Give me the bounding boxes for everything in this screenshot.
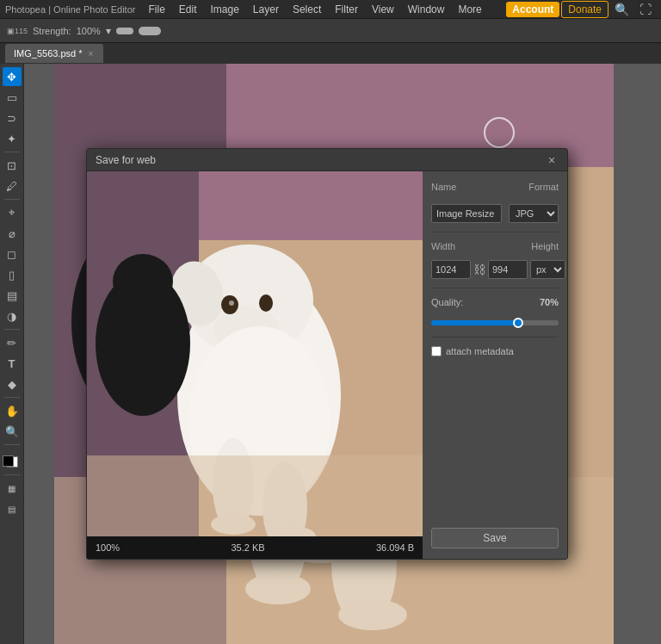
preview-svg [87, 171, 423, 536]
tool-heal[interactable]: ⌖ [3, 203, 22, 222]
tool-text[interactable]: T [3, 354, 22, 373]
quality-slider[interactable] [431, 320, 559, 325]
tool-size-indicator: ▣115 [7, 26, 28, 35]
tool-shape[interactable]: ◆ [3, 375, 22, 393]
background-color[interactable] [3, 455, 14, 467]
tool-eraser[interactable]: ◻ [3, 245, 22, 263]
tool-eyedropper[interactable]: 🖊 [3, 176, 22, 195]
dialog-titlebar: Save for web × [87, 149, 567, 171]
metadata-row: attach metadata [431, 346, 559, 356]
quality-value: 70% [540, 297, 559, 307]
menu-more[interactable]: More [452, 2, 487, 17]
menu-file[interactable]: File [142, 2, 170, 17]
preview-zoom-value: 100% [96, 542, 120, 553]
donate-button[interactable]: Donate [561, 1, 608, 18]
wh-inputs-row: ⛓ px cm in [431, 260, 559, 279]
name-input[interactable] [431, 204, 502, 223]
tool-divider-5 [4, 444, 20, 445]
quality-label-row: Quality: 70% [431, 297, 559, 307]
name-format-labels-row: Name Format [431, 182, 559, 194]
main-area: ✥ ▭ ⊃ ✦ ⊡ 🖊 ⌖ ⌀ ◻ ▯ ▤ ◑ ✏ T ◆ ✋ 🔍 ▦ ▤ [0, 64, 661, 644]
tool-lasso[interactable]: ⊃ [3, 108, 22, 127]
menu-layer[interactable]: Layer [247, 2, 285, 17]
app-logo: Photopea | Online Photo Editor [5, 4, 135, 15]
tool-select-rect[interactable]: ▭ [3, 88, 22, 107]
tool-divider-2 [4, 199, 20, 200]
tool-dodge[interactable]: ◑ [3, 307, 22, 325]
tool-gradient[interactable]: ▤ [3, 286, 22, 305]
height-label: Height [531, 241, 559, 251]
tool-crop[interactable]: ⊡ [3, 156, 22, 175]
tool-pen[interactable]: ✏ [3, 333, 22, 352]
canvas-area: Save for web × [24, 64, 661, 644]
tool-hand[interactable]: ✋ [3, 401, 22, 420]
dialog-body: 100% 35.2 KB 36.094 B Name Format [87, 171, 567, 559]
tool-magic-wand[interactable]: ✦ [3, 129, 22, 148]
tool-divider-3 [4, 329, 20, 330]
svg-point-30 [259, 294, 273, 312]
account-button[interactable]: Account [506, 2, 559, 17]
tool-extra-1[interactable]: ▦ [3, 479, 22, 498]
spacer [431, 363, 559, 517]
dialog-preview-panel: 100% 35.2 KB 36.094 B [87, 171, 423, 559]
height-input[interactable] [488, 260, 528, 279]
quality-label: Quality: [431, 297, 463, 307]
tool-divider-4 [4, 397, 20, 398]
preview-image-area [87, 171, 423, 536]
name-label: Name [431, 182, 456, 192]
tab-close-button[interactable]: × [87, 49, 96, 59]
metadata-label: attach metadata [446, 346, 514, 356]
strength-label: Strength: [33, 26, 71, 36]
width-label: Width [431, 241, 455, 251]
tool-move[interactable]: ✥ [3, 67, 22, 86]
brush-shape-large[interactable] [139, 27, 161, 35]
preview-file-size-b: 36.094 B [376, 542, 414, 553]
metadata-checkbox[interactable] [431, 346, 442, 356]
tab-title: IMG_5563.psd * [14, 48, 83, 59]
save-button[interactable]: Save [431, 528, 559, 548]
format-label: Format [528, 182, 559, 192]
divider-2 [431, 288, 559, 288]
preview-info-bar: 100% 35.2 KB 36.094 B [87, 536, 423, 559]
dialog-settings-panel: Name Format JPG PNG GIF WebP [423, 171, 567, 559]
unit-select[interactable]: px cm in [530, 260, 565, 279]
tool-brush[interactable]: ⌀ [3, 224, 22, 243]
save-for-web-dialog: Save for web × [86, 148, 568, 560]
toolbar: ▣115 Strength: 100% ▾ [0, 19, 661, 43]
preview-file-size-kb: 35.2 KB [231, 542, 264, 553]
tool-divider-1 [4, 152, 20, 152]
dialog-close-button[interactable]: × [545, 153, 559, 167]
strength-value: 100% [77, 26, 101, 36]
svg-point-37 [113, 254, 173, 309]
tabbar: IMG_5563.psd * × [0, 43, 661, 64]
toolbox: ✥ ▭ ⊃ ✦ ⊡ 🖊 ⌖ ⌀ ◻ ▯ ▤ ◑ ✏ T ◆ ✋ 🔍 ▦ ▤ [0, 64, 24, 644]
menu-view[interactable]: View [366, 2, 400, 17]
svg-rect-38 [87, 455, 423, 536]
tool-zoom[interactable]: 🔍 [3, 422, 22, 441]
active-tab[interactable]: IMG_5563.psd * × [5, 44, 103, 63]
quality-slider-wrap [431, 316, 559, 328]
width-input[interactable] [431, 260, 471, 279]
menu-select[interactable]: Select [287, 2, 327, 17]
tool-divider-6 [4, 474, 20, 475]
dropdown-arrow[interactable]: ▾ [106, 25, 111, 37]
link-proportions-icon[interactable]: ⛓ [473, 263, 485, 276]
dialog-title: Save for web [96, 154, 156, 166]
wh-labels-row: Width Height [431, 241, 559, 253]
menu-window[interactable]: Window [402, 2, 451, 17]
tool-extra-2[interactable]: ▤ [3, 499, 22, 518]
divider-3 [431, 337, 559, 337]
menu-edit[interactable]: Edit [173, 2, 203, 17]
svg-point-29 [229, 300, 234, 306]
menu-image[interactable]: Image [205, 2, 245, 17]
name-format-row: JPG PNG GIF WebP [431, 204, 559, 223]
fullscreen-icon[interactable]: ⛶ [635, 2, 656, 17]
menubar: Photopea | Online Photo Editor File Edit… [0, 0, 661, 19]
brush-shape-small[interactable] [116, 28, 133, 34]
color-swatches[interactable] [3, 452, 22, 471]
tool-fill[interactable]: ▯ [3, 265, 22, 284]
menu-filter[interactable]: Filter [329, 2, 364, 17]
search-icon[interactable]: 🔍 [610, 2, 633, 17]
format-select[interactable]: JPG PNG GIF WebP [509, 204, 559, 223]
divider-1 [431, 232, 559, 232]
